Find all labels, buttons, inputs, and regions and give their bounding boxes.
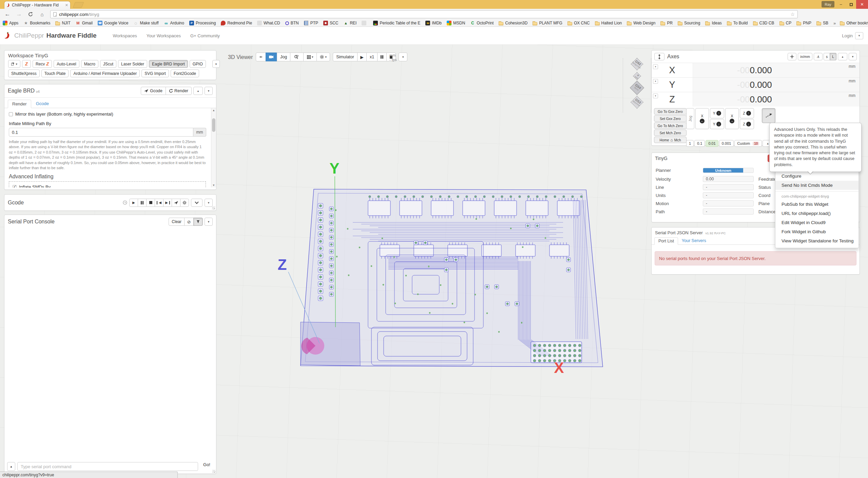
bookmark-item[interactable]: Bookmarks (23, 21, 50, 25)
window-minimize-button[interactable]: – (836, 0, 846, 9)
bookmark-item[interactable]: PNP (796, 21, 811, 25)
workspace-open-button[interactable]: ▾ (8, 60, 20, 68)
workspace-button[interactable]: GPIO (190, 60, 206, 68)
scroll-up-icon[interactable]: ▲ (211, 109, 216, 112)
workspace-button[interactable]: Auto-Level (54, 60, 79, 68)
workspace-button[interactable]: ShuttleXpress (8, 69, 40, 77)
tab-render[interactable]: Render (8, 100, 31, 108)
home-mch-button[interactable]: Home⌂Mch (654, 137, 687, 143)
gcode-goto-start-button[interactable]: ◀ (155, 199, 163, 207)
bookmark-item[interactable]: Web Design (627, 21, 655, 25)
field-value[interactable]: - (703, 192, 754, 198)
axes-menu-button[interactable]: ▾ (849, 53, 857, 60)
axes-collapse-button[interactable]: ▴ (838, 53, 847, 60)
menu-item[interactable]: View Widget Standalone for Testing (775, 236, 859, 245)
field-value[interactable]: - (703, 200, 754, 206)
pcb-3d-render[interactable]: YZX (268, 156, 617, 376)
axes-a-button[interactable]: A (814, 53, 823, 60)
workspace-button[interactable]: Touch Plate (41, 69, 69, 77)
tab-your-servers[interactable]: Your Servers (678, 237, 710, 245)
bookmark-item[interactable]: NJIT (55, 21, 70, 25)
tinyg-logo-button[interactable]: Z (22, 60, 31, 68)
gcode-send-button[interactable] (172, 199, 180, 207)
console-block-button[interactable]: ⊘ (184, 218, 194, 226)
field-value[interactable]: 0.00 (703, 176, 754, 182)
back-button[interactable]: ← (3, 10, 12, 18)
login-link[interactable]: Login (842, 33, 853, 38)
gcode-settings-button[interactable] (180, 199, 189, 207)
camera-button[interactable] (266, 53, 277, 61)
bookmark-item[interactable] (362, 21, 368, 25)
recv-button[interactable]: RecvZ (33, 60, 52, 68)
nav-link[interactable]: Your Workspaces (147, 33, 181, 38)
gcode-expand-button[interactable] (191, 199, 202, 207)
zero-button[interactable]: Set Gxx Zero (654, 115, 687, 122)
menu-item-configure[interactable]: Configure (775, 172, 859, 181)
axes-move-button[interactable] (788, 53, 796, 60)
scrollbar-thumb[interactable] (212, 118, 215, 132)
workspace-button[interactable]: SVG Import (141, 69, 169, 77)
step-size-button[interactable]: 0.001 (719, 140, 734, 147)
resize-grip[interactable] (212, 470, 215, 473)
bookmark-item[interactable]: SB (816, 21, 828, 25)
step-custom-button[interactable]: Custom10 (734, 140, 762, 147)
serial-command-input[interactable] (17, 462, 198, 471)
console-go-button[interactable]: Go! (200, 462, 213, 471)
jog-z-plus-button[interactable]: Z↑ (740, 108, 754, 118)
home-button[interactable]: ⌂ (37, 10, 47, 18)
profile-badge[interactable]: Ray (822, 1, 834, 7)
bookmark-item[interactable]: Halted Lion (595, 21, 622, 25)
bookmark-item[interactable]: PTP (304, 21, 318, 25)
window-close-button[interactable]: ✕ (856, 0, 868, 9)
jog-z-minus-button[interactable]: Z↓ (740, 119, 754, 129)
bookmark-item[interactable]: C3D CB (753, 21, 774, 25)
bookmark-item[interactable]: IMDb (425, 21, 442, 25)
nav-link[interactable]: Workspaces (113, 33, 137, 38)
eagle-gcode-button[interactable]: Gcode (141, 87, 166, 95)
window-maximize-button[interactable] (846, 0, 856, 9)
eagle-scrollbar[interactable]: ▲ ▼ (211, 108, 216, 187)
viewer-dropdown-button[interactable]: ▾ (399, 53, 407, 61)
keyboard-jog-button[interactable] (762, 108, 775, 123)
axis-dropdown-caret[interactable]: ▾ (653, 64, 658, 69)
bookmark-item[interactable]: OctoPrint (470, 21, 494, 25)
bookmark-item[interactable]: BTN (285, 21, 299, 25)
workspace-button[interactable]: Macro (81, 60, 98, 68)
step-size-button[interactable]: 1 (686, 140, 694, 147)
inflate-smds-checkbox[interactable] (13, 185, 17, 187)
tab-gcode[interactable]: Gcode (32, 100, 53, 108)
tab-port-list[interactable]: Port List (654, 237, 678, 245)
workspace-button[interactable]: Eagle BRD Import (149, 60, 188, 68)
bookmark-item[interactable]: Google Voice (98, 21, 128, 25)
jog-y-minus-button[interactable]: Y↓ (710, 119, 724, 129)
bookmarks-overflow-chevron[interactable]: » (833, 21, 836, 26)
jog-x-minus-button[interactable]: X← (695, 108, 709, 129)
gcode-menu-button[interactable]: ▾ (205, 199, 213, 207)
scroll-down-icon[interactable]: ▼ (211, 184, 216, 187)
bookmark-item[interactable]: Processing (189, 21, 216, 25)
console-menu-button[interactable]: ▾ (205, 218, 213, 226)
brand-chilipeppr[interactable]: ChiliPeppr (14, 32, 44, 39)
workspace-button[interactable]: JScut (100, 60, 116, 68)
simulator-pause-button[interactable] (377, 53, 387, 61)
bookmark-item[interactable]: Apps (3, 21, 18, 25)
axes-icon-button[interactable] (654, 53, 664, 60)
step-size-button[interactable]: 0.1 (694, 140, 705, 147)
gcode-play-button[interactable]: ▶ (129, 199, 138, 207)
bookmark-item[interactable]: MSDN (447, 21, 465, 25)
bookmark-item[interactable]: Make stuff (133, 21, 158, 25)
step-size-button[interactable]: 0.01 (706, 140, 718, 147)
gcode-stop-button[interactable] (146, 199, 155, 207)
jog-x-plus-button[interactable]: X→ (725, 108, 739, 129)
browser-tab[interactable]: ChiliPeppr - Hardware Fid ✕ (4, 1, 71, 9)
zero-button[interactable]: Go To Mch Zero (654, 122, 687, 129)
tab-close-icon[interactable]: ✕ (65, 3, 68, 7)
menu-item[interactable]: PubSub for this Widget (775, 200, 859, 209)
other-bookmarks[interactable]: Other bookmarks (840, 21, 868, 25)
resize-grip[interactable] (212, 206, 215, 210)
workspace-button[interactable]: Laser Solder (118, 60, 147, 68)
eagle-menu-button[interactable]: ▾ (205, 87, 213, 95)
axis-value-cell[interactable]: -00 0.000 mm (693, 78, 860, 92)
field-value[interactable]: - (703, 208, 754, 215)
address-bar[interactable]: chilipeppr.com/tinyg ☆ (50, 10, 798, 18)
